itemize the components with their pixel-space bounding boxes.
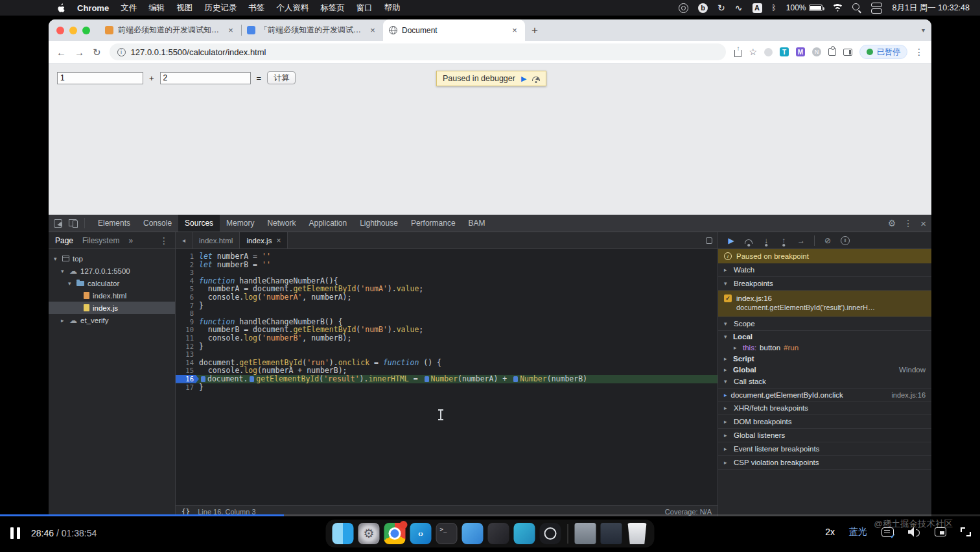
line-number[interactable]: 12 [176, 342, 199, 351]
settings-gear-icon[interactable]: ⚙ [888, 218, 896, 228]
tab-close-icon[interactable]: × [276, 236, 281, 245]
scope-this-entry[interactable]: ▸ this: button #run [718, 342, 931, 353]
editor-tab-index-html[interactable]: index.html [192, 232, 240, 248]
line-number[interactable]: 7 [176, 302, 199, 310]
line-number[interactable]: 17 [176, 383, 199, 392]
tree-item-index-html[interactable]: index.html [49, 289, 175, 302]
section-call-stack[interactable]: ▾ Call stack [718, 375, 931, 389]
tree-expander-icon[interactable]: ▾ [61, 268, 68, 274]
playback-speed-button[interactable]: 2x [825, 527, 835, 537]
menubar-item-[interactable]: 标签页 [320, 3, 345, 14]
step-over-icon[interactable] [532, 77, 540, 81]
tab-close-icon[interactable]: × [368, 25, 377, 35]
scope-global[interactable]: ▸ Global Window [718, 364, 931, 375]
calculate-button[interactable]: 计算 [267, 71, 296, 84]
inline-step-marker[interactable] [513, 376, 518, 382]
pause-button[interactable] [10, 527, 20, 539]
device-toolbar-icon[interactable] [69, 219, 78, 228]
video-progress-track[interactable] [0, 514, 980, 516]
devtools-tab-bam[interactable]: BAM [462, 215, 492, 232]
section-scope[interactable]: ▾ Scope [718, 317, 931, 331]
back-button[interactable]: ← [56, 47, 66, 57]
line-number[interactable]: 3 [176, 269, 199, 277]
toggle-navigator-icon[interactable]: ◂ [176, 232, 192, 248]
more-tabs-icon[interactable]: » [128, 236, 133, 245]
section-csp-violation-breakpoints[interactable]: ▸CSP violation breakpoints [718, 456, 931, 470]
devtools-tab-lighthouse[interactable]: Lighthouse [353, 215, 404, 232]
devtools-tab-console[interactable]: Console [137, 215, 178, 232]
line-number[interactable]: 15 [176, 366, 199, 375]
inline-step-marker[interactable] [425, 376, 429, 382]
step-button[interactable]: → [797, 235, 806, 246]
devtools-tab-elements[interactable]: Elements [91, 215, 137, 232]
tree-item-top[interactable]: ▾top [49, 252, 175, 265]
line-number[interactable]: 5 [176, 285, 199, 293]
bookmark-star-icon[interactable]: ☆ [749, 47, 757, 57]
dock-icon-vscode[interactable] [410, 523, 432, 544]
devtools-tab-sources[interactable]: Sources [178, 215, 220, 232]
tab-close-icon[interactable]: × [226, 25, 235, 35]
navigator-tab-filesystem[interactable]: Filesystem [82, 236, 119, 245]
dock-icon-app-blue[interactable] [462, 523, 484, 544]
tree-item-et-verify[interactable]: ▸et_verify [49, 314, 175, 326]
apple-logo-icon[interactable] [57, 3, 65, 13]
tree-expander-icon[interactable]: ▾ [68, 280, 75, 287]
menubar-item-[interactable]: 个人资料 [276, 3, 309, 14]
fullscreen-icon[interactable] [961, 527, 971, 536]
extension-circle-icon[interactable] [764, 48, 773, 56]
inspect-element-icon[interactable] [54, 219, 62, 228]
dock-icon-chrome[interactable] [384, 523, 406, 544]
number-a-input[interactable] [57, 72, 143, 84]
scope-local[interactable]: ▾ Local [718, 331, 931, 342]
code-area[interactable]: 1let numberA = ''2let numberB = ''34func… [176, 249, 718, 505]
devtools-tab-application[interactable]: Application [302, 215, 353, 232]
breakpoint-entry[interactable]: ✓ index.js:16 document.getElementById('r… [718, 291, 931, 317]
dock-icon-obs[interactable] [540, 523, 561, 544]
quality-button[interactable]: 蓝光 [849, 526, 867, 538]
code-line[interactable]: 11 console.log('numberB', numberB); [176, 334, 718, 342]
audio-icon[interactable] [735, 3, 743, 13]
menubar-app-name[interactable]: Chrome [77, 3, 109, 13]
devtools-tab-memory[interactable]: Memory [220, 215, 261, 232]
code-line[interactable]: 17} [176, 383, 718, 392]
line-number[interactable]: 11 [176, 334, 199, 342]
dock-icon-app-teal[interactable] [514, 523, 535, 544]
browser-tab[interactable]: 「前端必须知道的开发调试知识」× [241, 19, 383, 41]
control-center-icon[interactable] [871, 3, 882, 14]
menubar-item-[interactable]: 历史记录 [204, 3, 237, 14]
pause-on-exceptions-icon[interactable]: ‖ [841, 236, 850, 245]
dock-icon-window-2[interactable] [601, 523, 622, 544]
new-tab-button[interactable]: + [531, 24, 538, 37]
dock-icon-finder[interactable] [332, 523, 354, 544]
minimize-window-button[interactable] [69, 27, 77, 34]
execution-line[interactable]: 16document.getElementById('result').inne… [176, 375, 718, 383]
line-number[interactable]: 2 [176, 261, 199, 269]
extension-n-icon[interactable]: N [812, 47, 821, 56]
line-number[interactable]: 14 [176, 359, 199, 367]
line-number[interactable]: 6 [176, 293, 199, 302]
browser-menu-kebab-icon[interactable]: ⋮ [915, 47, 924, 57]
bluetooth-icon[interactable] [772, 3, 776, 12]
tree-item-127-0-0-1-5500[interactable]: ▾127.0.0.1:5500 [49, 265, 175, 277]
dock-icon-terminal[interactable] [436, 523, 458, 544]
extensions-puzzle-icon[interactable] [828, 48, 836, 56]
sync-icon[interactable] [718, 3, 725, 13]
section-watch[interactable]: ▸ Watch [718, 263, 931, 277]
scope-script[interactable]: ▸ Script [718, 353, 931, 364]
navigator-tab-page[interactable]: Page [55, 236, 73, 245]
tree-expander-icon[interactable]: ▸ [61, 317, 68, 324]
breakpoint-checkbox[interactable]: ✓ [724, 294, 732, 302]
bilibili-icon[interactable] [698, 3, 708, 13]
line-number[interactable]: 4 [176, 277, 199, 285]
line-number[interactable]: 9 [176, 318, 199, 326]
close-window-button[interactable] [56, 27, 64, 34]
zoom-window-button[interactable] [82, 27, 90, 34]
extension-m-icon[interactable]: M [796, 47, 805, 56]
code-line[interactable]: 12} [176, 342, 718, 351]
code-line[interactable]: 6 console.log('numberA', numberA); [176, 293, 718, 302]
forward-button[interactable]: → [75, 47, 84, 57]
extension-t-icon[interactable]: T [780, 47, 789, 56]
tree-item-index-js[interactable]: index.js [49, 302, 175, 314]
line-number[interactable]: 10 [176, 326, 199, 334]
menubar-datetime[interactable]: 8月1日 周一 10:32:48 [892, 3, 970, 14]
